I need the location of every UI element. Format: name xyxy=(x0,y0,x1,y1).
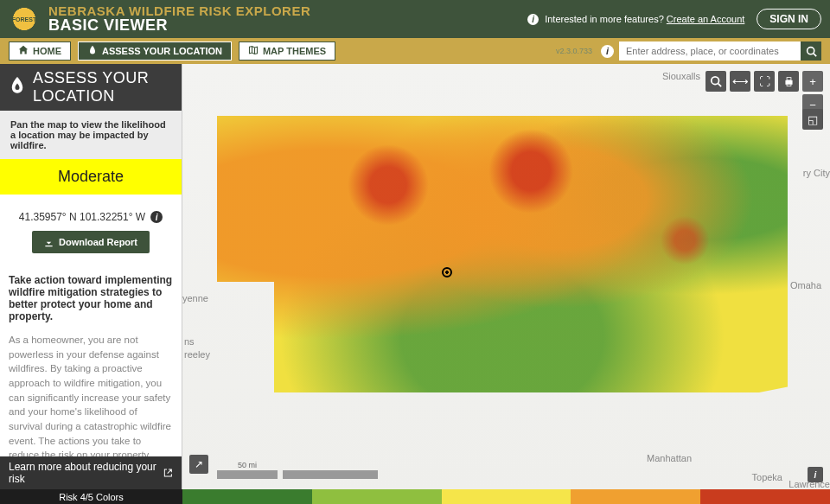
city-label: Topeka xyxy=(752,472,782,482)
extent-button[interactable]: ◱ xyxy=(802,109,823,130)
svg-rect-5 xyxy=(787,77,791,80)
city-label: yenne xyxy=(182,293,208,303)
svg-point-0 xyxy=(807,47,814,54)
svg-point-2 xyxy=(712,77,719,85)
legend-label: Risk 4/5 Colors xyxy=(0,489,182,504)
legend-swatch xyxy=(571,489,700,504)
diagonal-arrow-icon: ↗ xyxy=(195,458,203,470)
ruler-icon: ⟷ xyxy=(732,75,749,88)
app-title: NEBRASKA WILDFIRE RISK EXPLORER xyxy=(48,4,310,18)
city-label: ns xyxy=(184,336,195,347)
download-icon xyxy=(44,238,54,247)
info-icon[interactable]: i xyxy=(601,45,614,58)
legend-bar: Risk 4/5 Colors xyxy=(0,489,830,504)
city-label: Omaha xyxy=(790,280,821,290)
nav-home-button[interactable]: HOME xyxy=(9,41,71,61)
legend-swatch xyxy=(700,489,830,504)
crosshair-icon: ◱ xyxy=(808,113,818,126)
legend-swatch xyxy=(312,489,442,504)
nav-themes-button[interactable]: MAP THEMES xyxy=(239,41,335,61)
city-label: reeley xyxy=(184,349,210,360)
risk-level-banner: Moderate xyxy=(0,159,182,195)
home-icon xyxy=(18,45,29,57)
city-label: ry City xyxy=(803,168,830,178)
sign-in-button[interactable]: SIGN IN xyxy=(757,9,821,29)
zoom-extent-button[interactable] xyxy=(706,71,726,92)
external-link-icon xyxy=(163,468,173,478)
svg-line-1 xyxy=(813,53,815,55)
city-label: Siouxalls xyxy=(662,71,700,81)
assess-sidebar: ASSESS YOUR LOCATION Pan the map to view… xyxy=(0,64,182,489)
flame-icon xyxy=(9,77,26,99)
expand-panel-button[interactable]: ↗ xyxy=(189,455,208,474)
app-subtitle: BASIC VIEWER xyxy=(48,17,310,34)
coordinates-display: 41.35957° N 101.32251° W i xyxy=(19,211,163,223)
scale-bar: 50 mi xyxy=(217,470,378,479)
search-input[interactable] xyxy=(619,41,801,61)
legend-swatch xyxy=(442,489,571,504)
print-icon xyxy=(783,76,795,87)
sidebar-title: ASSESS YOUR LOCATION xyxy=(33,69,173,105)
measure-button[interactable]: ⟷ xyxy=(730,71,750,92)
flame-icon xyxy=(87,45,98,57)
search-icon xyxy=(806,46,817,57)
fullscreen-button[interactable]: ⛶ xyxy=(754,71,775,92)
download-report-button[interactable]: Download Report xyxy=(32,231,150,253)
create-account-link[interactable]: Create an Account xyxy=(667,14,745,24)
expand-icon: ⛶ xyxy=(759,75,770,88)
attribution-button[interactable]: i xyxy=(808,467,823,482)
forest-service-logo: FOREST xyxy=(9,3,40,35)
print-button[interactable] xyxy=(778,71,799,92)
svg-line-3 xyxy=(718,84,722,87)
location-marker[interactable] xyxy=(442,267,452,278)
sidebar-instruction: Pan the map to view the likelihood a loc… xyxy=(0,111,182,159)
search-button[interactable] xyxy=(801,41,821,61)
info-icon: i xyxy=(527,14,539,25)
info-icon[interactable]: i xyxy=(150,211,163,223)
city-label: Manhattan xyxy=(647,453,692,463)
zoom-in-button[interactable]: + xyxy=(802,71,823,92)
action-heading: Take action toward implementing wildfire… xyxy=(9,274,173,322)
learn-more-link[interactable]: Learn more about reducing your risk xyxy=(0,456,182,489)
risk-overlay xyxy=(217,116,788,392)
map-icon xyxy=(248,45,259,57)
plus-icon: + xyxy=(809,75,816,88)
features-prompt: i Interested in more features? Create an… xyxy=(527,14,744,25)
version-label: v2.3.0.733 xyxy=(556,47,592,55)
legend-swatch xyxy=(182,489,312,504)
map-canvas[interactable]: Siouxalls ry City Omaha Manhattan Topeka… xyxy=(182,64,830,489)
magnify-icon xyxy=(710,75,722,87)
nav-assess-button[interactable]: ASSESS YOUR LOCATION xyxy=(78,41,232,61)
action-paragraph: As a homeowner, you are not powerless in… xyxy=(9,333,173,456)
